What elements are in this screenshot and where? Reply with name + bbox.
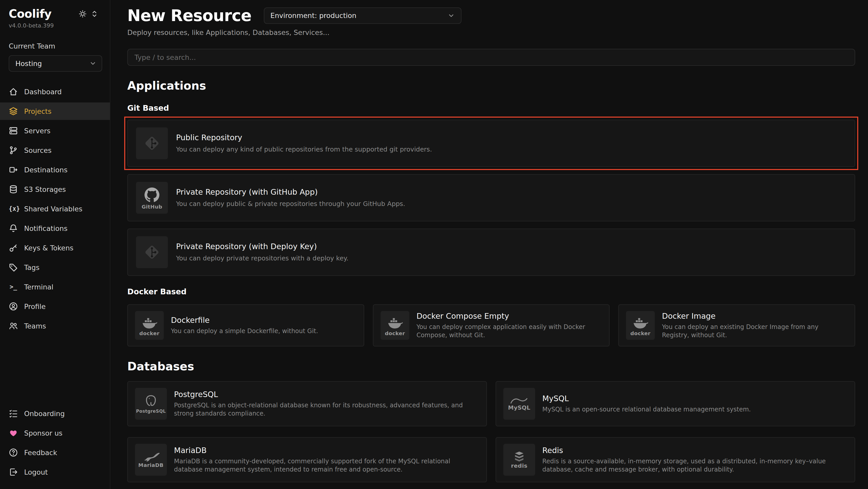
bell-icon <box>9 224 18 233</box>
sidebar-item-label: Shared Variables <box>24 205 82 213</box>
tag-icon <box>9 263 18 272</box>
server-icon <box>9 126 18 135</box>
team-select-value: Hosting <box>16 60 42 67</box>
card-private-repository-deploy-key[interactable]: Private Repository (with Deploy Key) You… <box>127 229 855 276</box>
sidebar-item-servers[interactable]: Servers <box>0 122 110 140</box>
card-description: You can deploy any kind of public reposi… <box>176 145 432 153</box>
card-mariadb[interactable]: MariaDB MariaDB MariaDB is a community-d… <box>127 437 487 482</box>
card-docker-compose-empty[interactable]: docker Docker Compose Empty You can depl… <box>373 304 610 346</box>
card-redis[interactable]: redis Redis Redis is a source-available,… <box>496 437 855 482</box>
sidebar-item-label: Destinations <box>24 166 67 174</box>
card-title: Private Repository (with Deploy Key) <box>176 242 348 251</box>
sidebar-item-feedback[interactable]: Feedback <box>0 444 110 461</box>
card-mysql[interactable]: MySQL MySQL MySQL is an open-source rela… <box>496 381 855 426</box>
chevron-up-down-icon[interactable] <box>90 10 98 18</box>
sidebar-item-keys-tokens[interactable]: Keys & Tokens <box>0 239 110 257</box>
sidebar-item-label: Onboarding <box>24 410 65 418</box>
key-icon <box>9 243 18 253</box>
terminal-icon: >_ <box>9 283 18 290</box>
sidebar-item-label: Keys & Tokens <box>24 244 73 252</box>
database-cylinder-icon <box>9 185 18 194</box>
redis-icon: redis <box>503 444 535 476</box>
sidebar-item-tags[interactable]: Tags <box>0 259 110 276</box>
search-input[interactable] <box>127 49 855 66</box>
sidebar-item-projects[interactable]: Projects <box>0 103 110 120</box>
sidebar-item-profile[interactable]: Profile <box>0 298 110 315</box>
sidebar-item-sources[interactable]: Sources <box>0 142 110 159</box>
sidebar-item-logout[interactable]: Logout <box>0 463 110 481</box>
user-icon <box>9 302 18 311</box>
sidebar-item-teams[interactable]: Teams <box>0 317 110 335</box>
mariadb-icon: MariaDB <box>135 444 167 476</box>
card-description: You can deploy complex application easil… <box>416 323 602 339</box>
sidebar-item-label: S3 Storages <box>24 185 66 193</box>
sidebar-item-sponsor[interactable]: Sponsor us <box>0 424 110 442</box>
card-title: Docker Image <box>662 312 847 320</box>
card-dockerfile[interactable]: docker Dockerfile You can deploy a simpl… <box>127 304 364 346</box>
current-team-label: Current Team <box>0 42 110 50</box>
card-private-repository-github-app[interactable]: GitHub Private Repository (with GitHub A… <box>127 174 855 221</box>
page-title: New Resource <box>127 6 251 25</box>
card-title: Public Repository <box>176 133 432 142</box>
card-description: PostgreSQL is an object-relational datab… <box>174 401 479 418</box>
card-title: PostgreSQL <box>174 390 479 399</box>
card-description: You can deploy private repositories with… <box>176 254 348 262</box>
docker-wordmark: docker <box>630 331 651 336</box>
logout-icon <box>9 467 18 477</box>
card-description: You can deploy public & private reposito… <box>176 200 405 208</box>
chevron-down-icon <box>447 12 455 19</box>
subsection-title-docker-based: Docker Based <box>127 287 855 296</box>
card-description: MariaDB is a community-developed, commer… <box>174 457 479 473</box>
theme-toggle-sun-icon[interactable] <box>79 10 87 18</box>
card-description: Redis is a source-available, in-memory s… <box>542 457 847 473</box>
card-description: You can deploy an existing Docker Image … <box>662 323 847 339</box>
coolify-app: Coolify v4.0.0-beta.399 Current Team Hos… <box>0 0 868 489</box>
environment-select[interactable]: Environment: production <box>264 7 461 24</box>
sidebar-item-shared-variables[interactable]: {x} Shared Variables <box>0 200 110 218</box>
app-logo[interactable]: Coolify <box>9 7 52 20</box>
sidebar-item-dashboard[interactable]: Dashboard <box>0 83 110 100</box>
users-icon <box>9 321 18 330</box>
section-title-databases: Databases <box>127 360 855 373</box>
sidebar-item-label: Tags <box>24 263 39 271</box>
mysql-icon: MySQL <box>503 388 535 420</box>
sidebar-nav: Dashboard Projects Servers Sources Desti… <box>0 83 110 335</box>
heart-icon <box>9 428 18 438</box>
sidebar-item-label: Profile <box>24 303 46 311</box>
sidebar-item-label: Logout <box>24 468 48 476</box>
docker-wordmark: docker <box>385 331 405 336</box>
subsection-title-git-based: Git Based <box>127 104 855 113</box>
sidebar-item-onboarding[interactable]: Onboarding <box>0 405 110 422</box>
sidebar-item-notifications[interactable]: Notifications <box>0 220 110 237</box>
docker-icon: docker <box>135 311 164 340</box>
mariadb-wordmark: MariaDB <box>138 463 163 468</box>
page-subtitle: Deploy resources, like Applications, Dat… <box>127 29 855 36</box>
sidebar-item-label: Feedback <box>24 449 57 457</box>
destination-box-icon <box>9 165 18 174</box>
team-select[interactable]: Hosting <box>9 55 102 71</box>
docker-icon: docker <box>626 311 655 340</box>
card-public-repository[interactable]: Public Repository You can deploy any kin… <box>127 120 855 167</box>
postgresql-icon: PostgreSQL <box>135 388 167 420</box>
github-wordmark: GitHub <box>142 204 162 209</box>
checklist-icon <box>9 409 18 418</box>
home-icon <box>9 87 18 96</box>
git-branch-icon <box>9 146 18 155</box>
docker-based-cards: docker Dockerfile You can deploy a simpl… <box>127 304 855 346</box>
question-circle-icon <box>9 448 18 457</box>
card-postgresql[interactable]: PostgreSQL PostgreSQL PostgreSQL is an o… <box>127 381 487 426</box>
app-version: v4.0.0-beta.399 <box>0 20 110 29</box>
sidebar-item-destinations[interactable]: Destinations <box>0 161 110 178</box>
sidebar-footer: Onboarding Sponsor us Feedback Logout <box>0 405 110 484</box>
card-docker-image[interactable]: docker Docker Image You can deploy an ex… <box>618 304 855 346</box>
card-title: Dockerfile <box>171 316 318 325</box>
redis-wordmark: redis <box>511 463 527 469</box>
sidebar-item-terminal[interactable]: >_ Terminal <box>0 278 110 296</box>
sidebar-item-label: Projects <box>24 107 51 115</box>
card-title: Docker Compose Empty <box>416 312 602 320</box>
git-icon <box>136 127 168 159</box>
sidebar-item-label: Notifications <box>24 225 67 232</box>
environment-select-value: Environment: production <box>271 11 356 20</box>
github-icon: GitHub <box>136 182 168 214</box>
sidebar-item-s3-storages[interactable]: S3 Storages <box>0 180 110 198</box>
